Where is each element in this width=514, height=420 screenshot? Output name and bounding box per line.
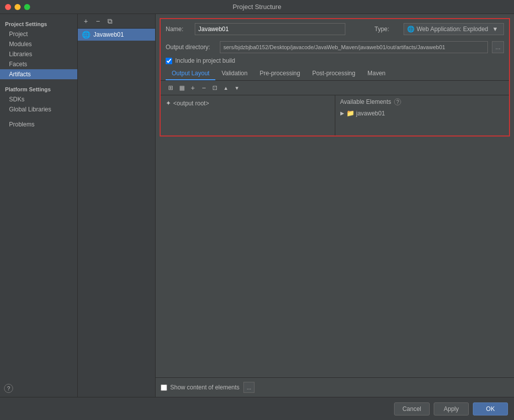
tree-arrow: ▶ [340, 110, 344, 116]
name-label: Name: [166, 26, 191, 33]
right-panel: + − ⧉ 🌐 Javaweb01 Name: Type: [78, 14, 514, 397]
ellipsis-button[interactable]: ... [243, 382, 254, 393]
window-controls[interactable] [5, 4, 30, 10]
tree-folder-icon: 📁 [346, 109, 354, 117]
artifact-list-item[interactable]: 🌐 Javaweb01 [78, 29, 155, 41]
layout-btn-1[interactable]: ⊞ [166, 83, 176, 93]
config-box: Name: Type: 🌐 Web Application: Exploded … [160, 18, 510, 136]
tab-pre-processing[interactable]: Pre-processing [253, 67, 306, 80]
sidebar-item-artifacts[interactable]: Artifacts [0, 69, 77, 79]
add-artifact-button[interactable]: + [81, 16, 91, 26]
output-root-label: <output root> [173, 100, 209, 107]
artifact-list: + − ⧉ 🌐 Javaweb01 [78, 14, 156, 397]
sidebar-item-global-libraries[interactable]: Global Libraries [0, 104, 77, 114]
tab-output-layout[interactable]: Output Layout [166, 67, 215, 80]
output-dir-row: Output directory: … [161, 39, 509, 55]
ok-button[interactable]: OK [473, 402, 508, 415]
layout-left: ✦ <output root> [161, 95, 335, 135]
sidebar-item-libraries[interactable]: Libraries [0, 49, 77, 59]
browse-button[interactable]: … [492, 41, 504, 53]
layout-btn-sort[interactable]: ⊡ [210, 83, 220, 93]
output-root-item[interactable]: ✦ <output root> [166, 98, 330, 108]
sidebar-item-modules[interactable]: Modules [0, 39, 77, 49]
sidebar-item-sdks[interactable]: SDKs [0, 94, 77, 104]
output-dir-input[interactable] [220, 41, 488, 53]
artifact-panel: + − ⧉ 🌐 Javaweb01 Name: Type: [78, 14, 514, 397]
tab-post-processing[interactable]: Post-processing [306, 67, 361, 80]
output-root-icon: ✦ [166, 99, 171, 107]
project-settings-header: Project Settings [0, 18, 77, 29]
sidebar-bottom: ? [0, 380, 77, 397]
name-type-row: Name: Type: 🌐 Web Application: Exploded … [161, 19, 509, 39]
tab-bar: Output Layout Validation Pre-processing … [161, 67, 509, 81]
type-dropdown-icon: ▼ [492, 26, 498, 33]
type-icon: 🌐 [407, 26, 415, 33]
layout-right: Available Elements ? ▶ 📁 javaweb01 [335, 95, 509, 135]
layout-btn-add[interactable]: + [188, 83, 198, 93]
available-elements-header: Available Elements ? [340, 98, 504, 105]
config-spacer [156, 141, 514, 377]
artifact-list-toolbar: + − ⧉ [78, 14, 155, 29]
available-elements-label: Available Elements [340, 98, 392, 105]
tab-validation[interactable]: Validation [215, 67, 253, 80]
include-in-build-row: Include in project build [161, 55, 509, 67]
copy-artifact-button[interactable]: ⧉ [105, 16, 115, 26]
bottom-area: Show content of elements ... [156, 377, 514, 397]
info-icon[interactable]: ? [394, 98, 401, 105]
type-value: Web Application: Exploded [417, 26, 488, 33]
name-input[interactable] [195, 23, 345, 35]
include-in-build-label: Include in project build [175, 57, 235, 64]
tab-maven[interactable]: Maven [361, 67, 392, 80]
layout-btn-remove[interactable]: − [199, 83, 209, 93]
footer: Cancel Apply OK [0, 397, 514, 420]
sidebar-item-facets[interactable]: Facets [0, 59, 77, 69]
tree-item-name: javaweb01 [356, 110, 385, 117]
sidebar-item-project[interactable]: Project [0, 29, 77, 39]
type-select[interactable]: 🌐 Web Application: Exploded ▼ [404, 23, 504, 35]
output-dir-label: Output directory: [166, 44, 216, 51]
layout-btn-up[interactable]: ▲ [221, 83, 231, 93]
main-content: Project Settings Project Modules Librari… [0, 14, 514, 397]
config-area: Name: Type: 🌐 Web Application: Exploded … [156, 14, 514, 397]
close-button[interactable] [5, 4, 11, 10]
cancel-button[interactable]: Cancel [394, 402, 430, 415]
minimize-button[interactable] [15, 4, 21, 10]
type-label: Type: [374, 26, 400, 33]
show-content-row: Show content of elements [161, 384, 239, 391]
maximize-button[interactable] [24, 4, 30, 10]
remove-artifact-button[interactable]: − [93, 16, 103, 26]
artifact-name: Javaweb01 [93, 31, 124, 38]
help-button[interactable]: ? [4, 384, 13, 393]
footer-buttons: Cancel Apply OK [394, 402, 508, 415]
javaweb01-tree-item[interactable]: ▶ 📁 javaweb01 [340, 108, 504, 118]
layout-toolbar: ⊞ ▦ + − ⊡ ▲ ▼ [161, 81, 509, 95]
platform-settings-header: Platform Settings [0, 81, 77, 94]
title-bar: Project Structure [0, 0, 514, 14]
sidebar-item-problems[interactable]: Problems [0, 119, 77, 129]
layout-btn-down[interactable]: ▼ [232, 83, 242, 93]
include-in-build-checkbox[interactable] [166, 58, 172, 64]
apply-button[interactable]: Apply [434, 402, 469, 415]
artifact-icon: 🌐 [82, 31, 90, 39]
window-title: Project Structure [233, 3, 282, 11]
sidebar: Project Settings Project Modules Librari… [0, 14, 78, 397]
layout-btn-2[interactable]: ▦ [177, 83, 187, 93]
layout-content: ✦ <output root> Available Elements ? ▶ [161, 95, 509, 135]
show-content-checkbox[interactable] [161, 384, 167, 391]
show-content-label: Show content of elements [170, 384, 239, 391]
